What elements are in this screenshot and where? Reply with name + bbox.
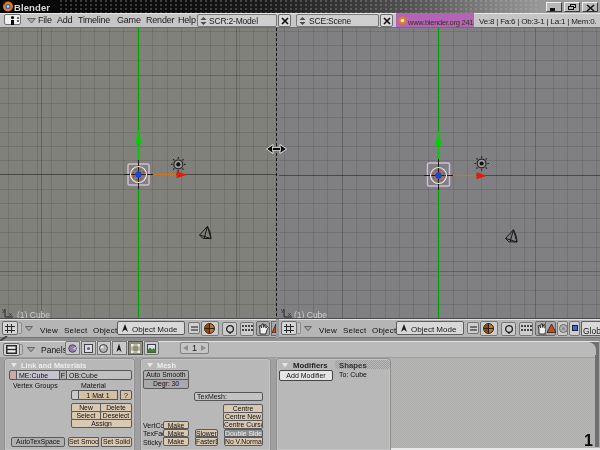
svg-text:y: y: [2, 307, 5, 313]
svg-text:(1) Cube: (1) Cube: [294, 310, 327, 318]
svg-text:y: y: [281, 307, 284, 313]
svg-text:x: x: [9, 311, 12, 317]
svg-text:x: x: [288, 311, 291, 317]
svg-text:(1) Cube: (1) Cube: [17, 310, 50, 318]
